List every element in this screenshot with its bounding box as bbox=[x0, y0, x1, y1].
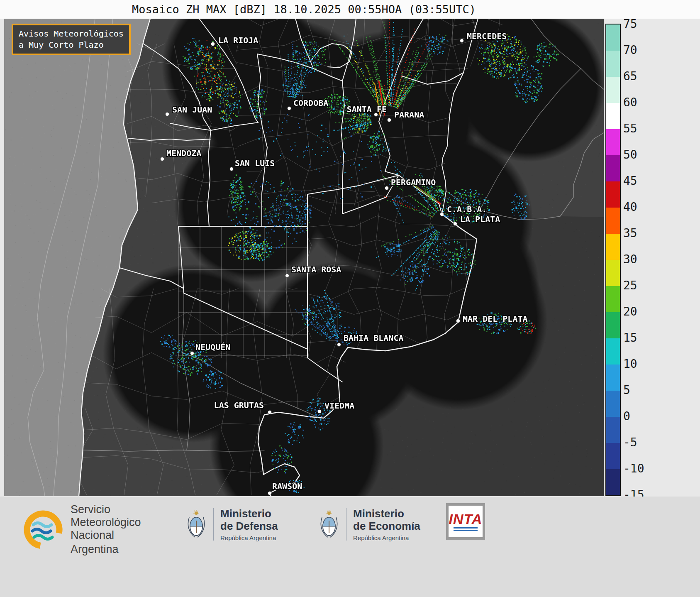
economia-line2: de Economía bbox=[353, 520, 420, 532]
smn-line2: Meteorológico bbox=[71, 516, 141, 529]
colorbar-tick-label: 30 bbox=[623, 252, 656, 266]
colorbar-segment bbox=[606, 155, 620, 181]
colorbar-tick-label: -10 bbox=[623, 462, 656, 475]
colorbar-tick-label: 70 bbox=[623, 43, 656, 57]
smn-logo-text: Servicio Meteorológico Nacional Argentin… bbox=[71, 503, 141, 556]
inta-line bbox=[454, 530, 478, 531]
colorbar-tick-label: 55 bbox=[623, 122, 656, 135]
ministerio-economia-logo: Ministerio de Economía República Argenti… bbox=[319, 507, 420, 541]
colorbar-segment bbox=[606, 24, 620, 51]
colorbar-tick-label: 15 bbox=[623, 331, 656, 345]
coat-of-arms-icon bbox=[319, 508, 339, 541]
warning-box[interactable]: Avisos Meteorológicos a Muy Corto Plazo bbox=[12, 24, 131, 55]
inta-label: INTA bbox=[449, 512, 483, 526]
colorbar-tick-label: 0 bbox=[623, 409, 656, 423]
footer: Servicio Meteorológico Nacional Argentin… bbox=[0, 497, 700, 597]
smn-logo-icon bbox=[22, 508, 65, 551]
radar-mosaic-map bbox=[4, 19, 604, 496]
economia-line1: Ministerio bbox=[353, 507, 420, 520]
colorbar-segment bbox=[606, 129, 620, 155]
colorbar-segment bbox=[606, 51, 620, 77]
divider bbox=[213, 508, 214, 541]
smn-country: Argentina bbox=[71, 543, 141, 556]
colorbar-tick-label: 45 bbox=[623, 174, 656, 188]
title-bar: Mosaico ZH MAX [dBZ] 18.10.2025 00:55HOA… bbox=[0, 0, 700, 19]
colorbar-segment bbox=[606, 469, 620, 495]
smn-line3: Nacional bbox=[71, 529, 141, 542]
coat-of-arms-icon bbox=[186, 508, 207, 541]
ministerio-defensa-logo: Ministerio de Defensa República Argentin… bbox=[186, 507, 278, 541]
defensa-line1: Ministerio bbox=[220, 507, 278, 520]
colorbar-segment bbox=[606, 103, 620, 129]
economia-sub: República Argentina bbox=[353, 534, 420, 541]
colorbar-segment bbox=[606, 312, 620, 338]
defensa-sub: República Argentina bbox=[220, 534, 278, 541]
colorbar-tick-label: 35 bbox=[623, 226, 656, 240]
ministerio-economia-text: Ministerio de Economía República Argenti… bbox=[353, 507, 420, 541]
colorbar-tick-label: 75 bbox=[623, 17, 656, 31]
colorbar-segment bbox=[606, 338, 620, 365]
colorbar-segment bbox=[606, 365, 620, 391]
inta-logo-inner: INTA bbox=[449, 506, 483, 537]
colorbar-tick-label: 65 bbox=[623, 69, 656, 83]
inta-logo: INTA bbox=[446, 503, 485, 540]
map-title: Mosaico ZH MAX [dBZ] 18.10.2025 00:55HOA… bbox=[4, 3, 604, 16]
colorbar-tick-label: 20 bbox=[623, 305, 656, 318]
defensa-line2: de Defensa bbox=[220, 520, 278, 532]
colorbar-segment bbox=[606, 208, 620, 234]
colorbar bbox=[605, 24, 621, 496]
warning-box-line1: Avisos Meteorológicos bbox=[19, 28, 124, 39]
colorbar-segment bbox=[606, 181, 620, 208]
colorbar-tick-label: -5 bbox=[623, 436, 656, 449]
colorbar-tick-label: 40 bbox=[623, 200, 656, 214]
smn-logo-block: Servicio Meteorológico Nacional Argentin… bbox=[22, 503, 141, 556]
divider bbox=[346, 508, 346, 541]
colorbar-segment bbox=[606, 443, 620, 469]
colorbar-segment bbox=[606, 417, 620, 443]
colorbar-tick-label: 10 bbox=[623, 357, 656, 371]
colorbar-tick-label: 60 bbox=[623, 95, 656, 109]
warning-box-line2: a Muy Corto Plazo bbox=[19, 39, 124, 51]
colorbar-segment bbox=[606, 77, 620, 103]
map-area bbox=[4, 19, 604, 496]
colorbar-segment bbox=[606, 260, 620, 286]
colorbar-tick-label: 25 bbox=[623, 279, 656, 292]
colorbar-tick-label: 50 bbox=[623, 148, 656, 161]
radar-product-page: Mosaico ZH MAX [dBZ] 18.10.2025 00:55HOA… bbox=[0, 0, 700, 597]
colorbar-segment bbox=[606, 234, 620, 260]
colorbar-tick-label: 5 bbox=[623, 383, 656, 397]
colorbar-segment bbox=[606, 391, 620, 417]
smn-line1: Servicio bbox=[71, 503, 141, 516]
ministerio-defensa-text: Ministerio de Defensa República Argentin… bbox=[220, 507, 278, 541]
inta-line bbox=[454, 527, 478, 528]
colorbar-segment bbox=[606, 286, 620, 312]
